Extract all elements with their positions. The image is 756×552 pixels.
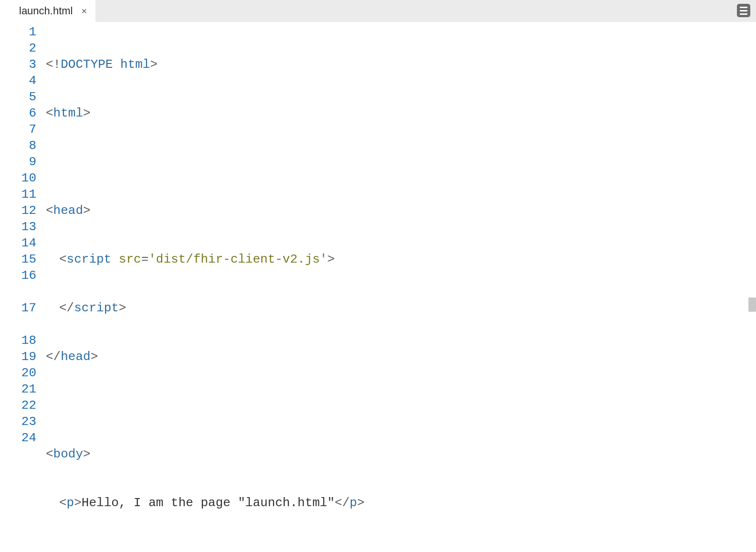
line-number: 13 <box>0 219 36 235</box>
line-number: 11 <box>0 186 36 202</box>
line-number: 4 <box>0 73 36 89</box>
code-area[interactable]: <!DOCTYPE html> <html> <head> <script sr… <box>46 22 756 552</box>
line-number: 18 <box>0 332 36 349</box>
code-line[interactable] <box>46 543 756 552</box>
line-number: 10 <box>0 170 36 186</box>
code-line[interactable]: <p>Hello, I am the page "launch.html"</p… <box>46 495 756 511</box>
line-number: 19 <box>0 349 36 365</box>
close-icon[interactable]: × <box>80 5 89 17</box>
code-line[interactable]: <body> <box>46 446 756 462</box>
code-line[interactable]: <script src='dist/fhir-client-v2.js'> <box>46 251 756 267</box>
line-number: 16 <box>0 267 36 300</box>
tab-filename: launch.html <box>19 5 73 17</box>
code-line[interactable]: <html> <box>46 105 756 121</box>
line-number: 12 <box>0 202 36 219</box>
line-number: 14 <box>0 235 36 251</box>
tab-bar-spacer <box>95 0 737 22</box>
code-line[interactable]: <head> <box>46 202 756 219</box>
line-number: 1 <box>0 24 36 40</box>
file-tab[interactable]: launch.html × <box>0 0 95 22</box>
tab-bar: launch.html × <box>0 0 756 22</box>
line-number: 5 <box>0 89 36 105</box>
line-number: 21 <box>0 381 36 397</box>
line-number: 24 <box>0 430 36 446</box>
line-number: 15 <box>0 251 36 267</box>
line-number: 7 <box>0 121 36 138</box>
code-line[interactable]: </head> <box>46 349 756 365</box>
code-line[interactable] <box>46 154 756 170</box>
line-number: 20 <box>0 365 36 381</box>
line-number: 17 <box>0 300 36 332</box>
line-number: 6 <box>0 105 36 121</box>
code-line[interactable]: </script> <box>46 300 756 316</box>
line-number: 22 <box>0 397 36 414</box>
line-number: 2 <box>0 40 36 56</box>
line-number: 3 <box>0 56 36 73</box>
line-number: 8 <box>0 138 36 154</box>
code-line[interactable]: <!DOCTYPE html> <box>46 56 756 73</box>
line-number-gutter: 1 2 3 4 5 6 7 8 9 10 11 12 13 14 15 16 1… <box>0 22 46 552</box>
menu-icon[interactable] <box>737 4 750 17</box>
line-number: 9 <box>0 154 36 170</box>
code-editor[interactable]: 1 2 3 4 5 6 7 8 9 10 11 12 13 14 15 16 1… <box>0 22 756 552</box>
code-line[interactable] <box>46 397 756 414</box>
scrollbar-thumb[interactable] <box>748 297 756 312</box>
line-number: 23 <box>0 414 36 430</box>
